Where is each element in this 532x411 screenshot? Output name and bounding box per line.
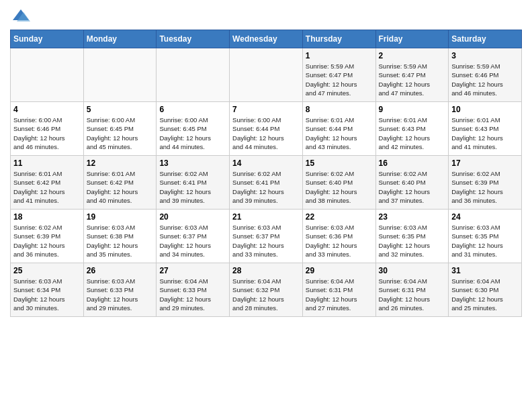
calendar-cell: 13Sunrise: 6:02 AM Sunset: 6:41 PM Dayli… <box>157 156 230 210</box>
calendar-cell <box>157 48 230 102</box>
calendar-cell: 12Sunrise: 6:01 AM Sunset: 6:42 PM Dayli… <box>83 156 157 210</box>
day-info: Sunrise: 6:04 AM Sunset: 6:32 PM Dayligh… <box>232 277 300 312</box>
calendar-cell: 29Sunrise: 6:04 AM Sunset: 6:31 PM Dayli… <box>302 263 375 317</box>
calendar-cell: 23Sunrise: 6:03 AM Sunset: 6:35 PM Dayli… <box>375 210 449 263</box>
day-info: Sunrise: 5:59 AM Sunset: 6:46 PM Dayligh… <box>451 62 519 97</box>
day-number: 17 <box>451 158 519 168</box>
day-number: 16 <box>379 158 446 168</box>
day-number: 3 <box>451 51 519 60</box>
calendar-cell: 19Sunrise: 6:03 AM Sunset: 6:38 PM Dayli… <box>83 210 157 263</box>
calendar-cell: 17Sunrise: 6:02 AM Sunset: 6:39 PM Dayli… <box>449 156 522 210</box>
day-info: Sunrise: 6:02 AM Sunset: 6:40 PM Dayligh… <box>306 169 373 205</box>
week-row-4: 18Sunrise: 6:02 AM Sunset: 6:39 PM Dayli… <box>11 210 522 263</box>
day-info: Sunrise: 6:04 AM Sunset: 6:33 PM Dayligh… <box>159 277 226 312</box>
day-info: Sunrise: 6:00 AM Sunset: 6:45 PM Dayligh… <box>87 116 154 151</box>
dow-header-monday: Monday <box>83 30 157 48</box>
day-number: 30 <box>379 266 446 275</box>
day-number: 4 <box>13 105 81 114</box>
day-number: 29 <box>306 266 373 275</box>
day-number: 24 <box>451 212 519 222</box>
week-row-2: 4Sunrise: 6:00 AM Sunset: 6:46 PM Daylig… <box>11 102 522 156</box>
calendar-cell: 1Sunrise: 5:59 AM Sunset: 6:47 PM Daylig… <box>302 48 375 102</box>
day-info: Sunrise: 6:04 AM Sunset: 6:31 PM Dayligh… <box>306 277 373 312</box>
calendar-cell: 24Sunrise: 6:03 AM Sunset: 6:35 PM Dayli… <box>449 210 522 263</box>
day-number: 2 <box>379 51 446 60</box>
dow-header-thursday: Thursday <box>302 30 375 48</box>
day-info: Sunrise: 5:59 AM Sunset: 6:47 PM Dayligh… <box>379 62 446 97</box>
day-info: Sunrise: 6:02 AM Sunset: 6:40 PM Dayligh… <box>379 169 446 205</box>
day-info: Sunrise: 6:03 AM Sunset: 6:38 PM Dayligh… <box>87 223 154 259</box>
day-number: 9 <box>379 105 446 114</box>
day-number: 7 <box>232 105 300 114</box>
calendar-cell: 16Sunrise: 6:02 AM Sunset: 6:40 PM Dayli… <box>375 156 449 210</box>
day-number: 27 <box>159 266 226 275</box>
day-info: Sunrise: 6:01 AM Sunset: 6:43 PM Dayligh… <box>451 116 519 151</box>
day-number: 23 <box>379 212 446 222</box>
day-info: Sunrise: 6:00 AM Sunset: 6:46 PM Dayligh… <box>13 116 81 151</box>
week-row-3: 11Sunrise: 6:01 AM Sunset: 6:42 PM Dayli… <box>11 156 522 210</box>
calendar-cell: 27Sunrise: 6:04 AM Sunset: 6:33 PM Dayli… <box>157 263 230 317</box>
dow-header-saturday: Saturday <box>449 30 522 48</box>
day-info: Sunrise: 6:03 AM Sunset: 6:37 PM Dayligh… <box>232 223 300 259</box>
day-info: Sunrise: 6:01 AM Sunset: 6:42 PM Dayligh… <box>13 169 81 205</box>
day-info: Sunrise: 6:00 AM Sunset: 6:45 PM Dayligh… <box>159 116 226 151</box>
day-number: 11 <box>13 158 81 168</box>
calendar-cell: 11Sunrise: 6:01 AM Sunset: 6:42 PM Dayli… <box>11 156 84 210</box>
calendar-cell: 25Sunrise: 6:03 AM Sunset: 6:34 PM Dayli… <box>11 263 84 317</box>
day-number: 5 <box>87 105 154 114</box>
day-number: 12 <box>87 158 154 168</box>
day-info: Sunrise: 6:02 AM Sunset: 6:39 PM Dayligh… <box>13 223 81 259</box>
calendar-cell: 20Sunrise: 6:03 AM Sunset: 6:37 PM Dayli… <box>157 210 230 263</box>
day-info: Sunrise: 5:59 AM Sunset: 6:47 PM Dayligh… <box>306 62 373 97</box>
calendar-cell: 22Sunrise: 6:03 AM Sunset: 6:36 PM Dayli… <box>302 210 375 263</box>
day-number: 21 <box>232 212 300 222</box>
calendar-cell: 3Sunrise: 5:59 AM Sunset: 6:46 PM Daylig… <box>449 48 522 102</box>
dow-header-wednesday: Wednesday <box>230 30 303 48</box>
day-number: 31 <box>451 266 519 275</box>
day-info: Sunrise: 6:02 AM Sunset: 6:39 PM Dayligh… <box>451 169 519 205</box>
day-number: 28 <box>232 266 300 275</box>
calendar-cell: 10Sunrise: 6:01 AM Sunset: 6:43 PM Dayli… <box>449 102 522 156</box>
calendar-cell: 15Sunrise: 6:02 AM Sunset: 6:40 PM Dayli… <box>302 156 375 210</box>
calendar-cell: 4Sunrise: 6:00 AM Sunset: 6:46 PM Daylig… <box>11 102 84 156</box>
calendar-cell <box>230 48 303 102</box>
day-info: Sunrise: 6:03 AM Sunset: 6:35 PM Dayligh… <box>379 223 446 259</box>
day-info: Sunrise: 6:00 AM Sunset: 6:44 PM Dayligh… <box>232 116 300 151</box>
day-info: Sunrise: 6:03 AM Sunset: 6:36 PM Dayligh… <box>306 223 373 259</box>
day-number: 19 <box>87 212 154 222</box>
calendar-cell: 9Sunrise: 6:01 AM Sunset: 6:43 PM Daylig… <box>375 102 449 156</box>
logo-icon <box>11 7 30 26</box>
calendar-cell: 2Sunrise: 5:59 AM Sunset: 6:47 PM Daylig… <box>375 48 449 102</box>
calendar-cell: 6Sunrise: 6:00 AM Sunset: 6:45 PM Daylig… <box>157 102 230 156</box>
logo <box>10 7 30 26</box>
calendar-cell: 21Sunrise: 6:03 AM Sunset: 6:37 PM Dayli… <box>230 210 303 263</box>
page-header <box>10 7 522 26</box>
day-info: Sunrise: 6:03 AM Sunset: 6:37 PM Dayligh… <box>159 223 226 259</box>
dow-header-sunday: Sunday <box>11 30 84 48</box>
calendar-cell: 14Sunrise: 6:02 AM Sunset: 6:41 PM Dayli… <box>230 156 303 210</box>
calendar-cell: 8Sunrise: 6:01 AM Sunset: 6:44 PM Daylig… <box>302 102 375 156</box>
day-info: Sunrise: 6:02 AM Sunset: 6:41 PM Dayligh… <box>232 169 300 205</box>
day-number: 26 <box>87 266 154 275</box>
week-row-5: 25Sunrise: 6:03 AM Sunset: 6:34 PM Dayli… <box>11 263 522 317</box>
day-number: 6 <box>159 105 226 114</box>
day-info: Sunrise: 6:03 AM Sunset: 6:35 PM Dayligh… <box>451 223 519 259</box>
day-info: Sunrise: 6:01 AM Sunset: 6:42 PM Dayligh… <box>87 169 154 205</box>
day-number: 8 <box>306 105 373 114</box>
calendar-cell: 28Sunrise: 6:04 AM Sunset: 6:32 PM Dayli… <box>230 263 303 317</box>
dow-header-friday: Friday <box>375 30 449 48</box>
day-number: 1 <box>306 51 373 60</box>
calendar-cell: 31Sunrise: 6:04 AM Sunset: 6:30 PM Dayli… <box>449 263 522 317</box>
day-info: Sunrise: 6:04 AM Sunset: 6:31 PM Dayligh… <box>379 277 446 312</box>
calendar-cell: 5Sunrise: 6:00 AM Sunset: 6:45 PM Daylig… <box>83 102 157 156</box>
day-number: 14 <box>232 158 300 168</box>
day-number: 20 <box>159 212 226 222</box>
calendar-cell: 7Sunrise: 6:00 AM Sunset: 6:44 PM Daylig… <box>230 102 303 156</box>
week-row-1: 1Sunrise: 5:59 AM Sunset: 6:47 PM Daylig… <box>11 48 522 102</box>
day-number: 10 <box>451 105 519 114</box>
day-number: 22 <box>306 212 373 222</box>
calendar-cell: 26Sunrise: 6:03 AM Sunset: 6:33 PM Dayli… <box>83 263 157 317</box>
day-number: 15 <box>306 158 373 168</box>
day-info: Sunrise: 6:02 AM Sunset: 6:41 PM Dayligh… <box>159 169 226 205</box>
calendar-cell <box>83 48 157 102</box>
